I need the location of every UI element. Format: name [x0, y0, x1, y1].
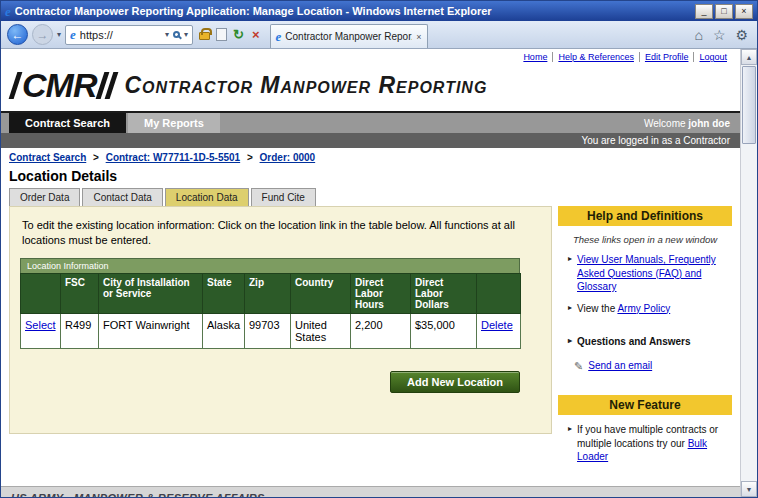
recent-pages-chevron-icon[interactable]: ▾ — [57, 30, 61, 39]
minimize-button[interactable]: _ — [695, 4, 713, 19]
city-cell: FORT Wainwright — [99, 313, 203, 348]
detail-tabs: Order Data Contact Data Location Data Fu… — [9, 188, 558, 206]
header-fsc: FSC — [61, 273, 99, 313]
sidebar-item-army-policy: ▸ View the Army Policy — [568, 302, 730, 316]
tab-contract-search[interactable]: Contract Search — [9, 113, 126, 133]
new-feature-header: New Feature — [558, 395, 732, 415]
army-policy-text: View the Army Policy — [577, 302, 670, 316]
titlebar[interactable]: e Contractor Manpower Reporting Applicat… — [1, 1, 757, 21]
send-email-link[interactable]: Send an email — [588, 359, 652, 373]
fsc-cell: R499 — [61, 313, 99, 348]
view-the-text: View the — [577, 303, 617, 314]
breadcrumb: Contract Search > Contract: W77711-1D-5-… — [1, 148, 740, 165]
country-cell: United States — [291, 313, 351, 348]
browser-viewport: HomeHelp & ReferencesEdit ProfileLogout … — [1, 49, 757, 497]
scroll-up-button[interactable]: ▲ — [741, 49, 757, 65]
pencil-icon: ✎ — [574, 359, 583, 374]
cmr-logo: CMR Contractor Manpower Reporting — [9, 64, 732, 105]
select-link[interactable]: Select — [25, 319, 56, 331]
compatibility-view-icon[interactable] — [216, 28, 227, 41]
welcome-text: Welcome john doe — [644, 118, 740, 129]
logo-acronym: CMR — [22, 66, 96, 105]
tab-location-data[interactable]: Location Data — [165, 188, 249, 206]
location-panel: To edit the existing location informatio… — [9, 206, 552, 434]
instructions: To edit the existing location informatio… — [22, 218, 539, 248]
questions-answers-label: Questions and Answers — [577, 335, 691, 349]
home-icon[interactable]: ⌂ — [691, 27, 705, 43]
tab-fund-cite[interactable]: Fund Cite — [251, 188, 316, 206]
tab-contact-data[interactable]: Contact Data — [82, 188, 162, 206]
page-title: Location Details — [1, 165, 740, 188]
select-cell: Select — [21, 313, 61, 348]
home-link[interactable]: Home — [518, 52, 552, 62]
maximize-button[interactable]: □ — [715, 4, 733, 19]
back-button[interactable]: ← — [7, 24, 28, 45]
site-header: HomeHelp & ReferencesEdit ProfileLogout … — [1, 49, 740, 113]
button-row: Add New Location — [20, 371, 520, 393]
edit-profile-link[interactable]: Edit Profile — [639, 52, 694, 62]
user-manuals-link[interactable]: View User Manuals, Frequently Asked Ques… — [577, 253, 730, 294]
add-new-location-button[interactable]: Add New Location — [390, 371, 520, 393]
browser-toolbar: ← → ▾ e https:// ▾ ▾ ↻ × e Contractor Ma… — [1, 21, 757, 49]
search-icon[interactable] — [173, 31, 180, 38]
bullet-icon: ▸ — [568, 253, 572, 294]
tab-my-reports[interactable]: My Reports — [128, 113, 220, 133]
breadcrumb-contract-search[interactable]: Contract Search — [9, 152, 86, 163]
refresh-button[interactable]: ↻ — [231, 28, 246, 41]
window-ie-icon: e — [5, 5, 11, 18]
breadcrumb-separator: > — [89, 152, 103, 163]
scrollbar-thumb[interactable] — [742, 66, 756, 144]
address-dropdown-icon[interactable]: ▾ — [165, 30, 169, 39]
tab-order-data[interactable]: Order Data — [9, 188, 80, 206]
zip-cell: 99703 — [245, 313, 291, 348]
bullet-icon: ▸ — [568, 423, 572, 464]
main-column: Order Data Contact Data Location Data Fu… — [1, 188, 558, 434]
bullet-icon: ▸ — [568, 302, 572, 316]
footer-org: US ARMY - MANPOWER & RESERVE AFFAIRS — [11, 492, 730, 497]
delete-link[interactable]: Delete — [481, 319, 513, 331]
forward-button[interactable]: → — [32, 24, 53, 45]
sidebar-note: These links open in a new window — [558, 234, 732, 245]
sidebar-item-bulk-loader: ▸ If you have multiple contracts or mult… — [568, 423, 730, 464]
tools-gear-icon[interactable]: ⚙ — [732, 27, 751, 43]
army-policy-link[interactable]: Army Policy — [617, 303, 670, 314]
address-text[interactable]: https:// — [80, 29, 161, 41]
login-status: You are logged in as a Contractor — [1, 133, 740, 148]
search-dropdown-icon[interactable]: ▾ — [184, 30, 188, 39]
hours-cell: 2,200 — [351, 313, 411, 348]
favorites-star-icon[interactable]: ☆ — [710, 27, 729, 43]
close-button[interactable]: × — [735, 4, 753, 19]
vertical-scrollbar[interactable]: ▲ ▼ — [740, 49, 757, 497]
stop-button[interactable]: × — [250, 28, 262, 41]
back-icon: ← — [12, 29, 24, 41]
page: HomeHelp & ReferencesEdit ProfileLogout … — [1, 49, 740, 497]
bullet-icon: ▸ — [568, 335, 572, 349]
header-city: City of Installation or Service — [99, 273, 203, 313]
header-state: State — [203, 273, 245, 313]
lock-icon — [199, 32, 210, 40]
browser-tab[interactable]: e Contractor Manpower Repor... × — [270, 24, 428, 48]
sidebar-item-manuals: ▸ View User Manuals, Frequently Asked Qu… — [568, 253, 730, 294]
help-references-link[interactable]: Help & References — [552, 52, 639, 62]
sidebar-item-email: ✎ Send an email — [574, 359, 730, 374]
delete-cell: Delete — [477, 313, 521, 348]
content-row: Order Data Contact Data Location Data Fu… — [1, 188, 740, 472]
address-bar[interactable]: e https:// ▾ ▾ — [65, 25, 193, 45]
browser-window: e Contractor Manpower Reporting Applicat… — [0, 0, 758, 498]
logout-link[interactable]: Logout — [693, 52, 732, 62]
primary-nav: Contract Search My Reports Welcome john … — [1, 113, 740, 133]
header-select — [21, 273, 61, 313]
forward-icon: → — [37, 29, 49, 41]
dollars-cell: $35,000 — [411, 313, 477, 348]
table-header-row: FSC City of Installation or Service Stat… — [21, 273, 521, 313]
breadcrumb-separator: > — [243, 152, 257, 163]
scroll-down-button[interactable]: ▼ — [741, 481, 757, 497]
help-definitions-header: Help and Definitions — [558, 206, 732, 226]
state-cell: Alaska — [203, 313, 245, 348]
sidebar-item-questions: ▸ Questions and Answers — [568, 335, 730, 349]
window-controls: _ □ × — [695, 4, 753, 19]
tab-close-icon[interactable]: × — [416, 32, 421, 42]
breadcrumb-order[interactable]: Order: 0000 — [260, 152, 316, 163]
welcome-prefix: Welcome — [644, 118, 688, 129]
breadcrumb-contract[interactable]: Contract: W77711-1D-5-5501 — [106, 152, 241, 163]
